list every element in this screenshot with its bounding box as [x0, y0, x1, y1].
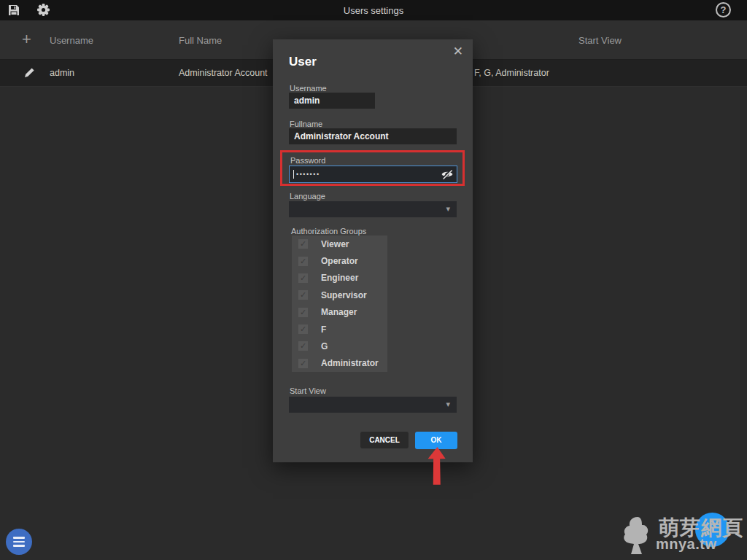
checkbox-row-manager[interactable]: ✓ Manager: [292, 304, 387, 321]
language-label: Language: [290, 192, 325, 201]
checkbox-label: Viewer: [321, 239, 349, 249]
checkbox-label: Manager: [321, 307, 357, 317]
checkbox-checked-icon[interactable]: ✓: [298, 359, 308, 368]
top-app-bar: Users settings ?: [0, 0, 747, 20]
watermark-domain: mnya.tw: [656, 536, 717, 553]
edit-pencil-icon[interactable]: [23, 66, 36, 82]
checkbox-label: Administrator: [321, 358, 379, 368]
add-user-button[interactable]: +: [22, 30, 31, 49]
annotation-arrow: [424, 446, 452, 491]
checkbox-label: F: [321, 324, 326, 335]
chevron-down-icon: ▾: [446, 204, 450, 214]
fullname-field[interactable]: Administrator Account: [289, 128, 457, 144]
menu-fab-button[interactable]: [6, 529, 32, 555]
dialog-title: User: [289, 55, 317, 69]
watermark-tree-logo: [620, 516, 654, 559]
cell-auth-groups: F, G, Administrator: [474, 68, 549, 78]
checkbox-row-operator[interactable]: ✓ Operator: [292, 252, 387, 269]
fullname-label: Fullname: [290, 120, 322, 128]
cancel-button[interactable]: CANCEL: [360, 432, 409, 448]
username-field[interactable]: admin: [289, 93, 375, 109]
checkbox-label: Supervisor: [321, 290, 367, 300]
user-dialog: ✕ User Username admin Fullname Administr…: [273, 39, 473, 462]
column-header-fullname: Full Name: [179, 35, 222, 46]
page-title: Users settings: [0, 5, 747, 16]
checkbox-checked-icon[interactable]: ✓: [298, 308, 308, 317]
auth-groups-panel: ✓ Viewer ✓ Operator ✓ Engineer ✓ Supervi…: [292, 236, 387, 372]
checkbox-checked-icon[interactable]: ✓: [298, 239, 308, 249]
help-button[interactable]: ?: [716, 2, 731, 18]
help-icon: ?: [721, 4, 727, 15]
start-view-label: Start View: [290, 386, 326, 395]
start-view-select[interactable]: ▾: [289, 397, 457, 413]
checkbox-row-supervisor[interactable]: ✓ Supervisor: [292, 287, 387, 303]
checkbox-row-viewer[interactable]: ✓ Viewer: [292, 236, 387, 252]
hamburger-icon: [13, 537, 25, 539]
column-header-username: Username: [50, 35, 93, 46]
password-annotation-highlight: [280, 150, 465, 186]
language-select[interactable]: ▾: [289, 201, 457, 217]
cell-fullname: Administrator Account: [179, 68, 268, 78]
username-label: Username: [290, 84, 327, 93]
checkbox-checked-icon[interactable]: ✓: [298, 273, 308, 283]
checkbox-label: Engineer: [321, 273, 358, 283]
column-header-startview: Start View: [578, 35, 622, 46]
cell-username: admin: [50, 68, 74, 78]
plus-icon: +: [22, 30, 31, 48]
checkbox-checked-icon[interactable]: ✓: [298, 257, 308, 266]
checkbox-row-administrator[interactable]: ✓ Administrator: [292, 355, 387, 372]
checkbox-row-engineer[interactable]: ✓ Engineer: [292, 270, 387, 287]
checkbox-row-f[interactable]: ✓ F: [292, 321, 387, 338]
chevron-down-icon: ▾: [446, 400, 450, 409]
checkbox-row-g[interactable]: ✓ G: [292, 338, 387, 354]
checkbox-label: G: [321, 341, 328, 351]
checkbox-checked-icon[interactable]: ✓: [298, 341, 308, 351]
checkbox-label: Operator: [321, 256, 358, 266]
checkbox-checked-icon[interactable]: ✓: [298, 324, 308, 334]
checkbox-checked-icon[interactable]: ✓: [298, 290, 308, 300]
close-icon[interactable]: ✕: [453, 45, 463, 58]
auth-groups-label: Authorization Groups: [291, 227, 366, 236]
